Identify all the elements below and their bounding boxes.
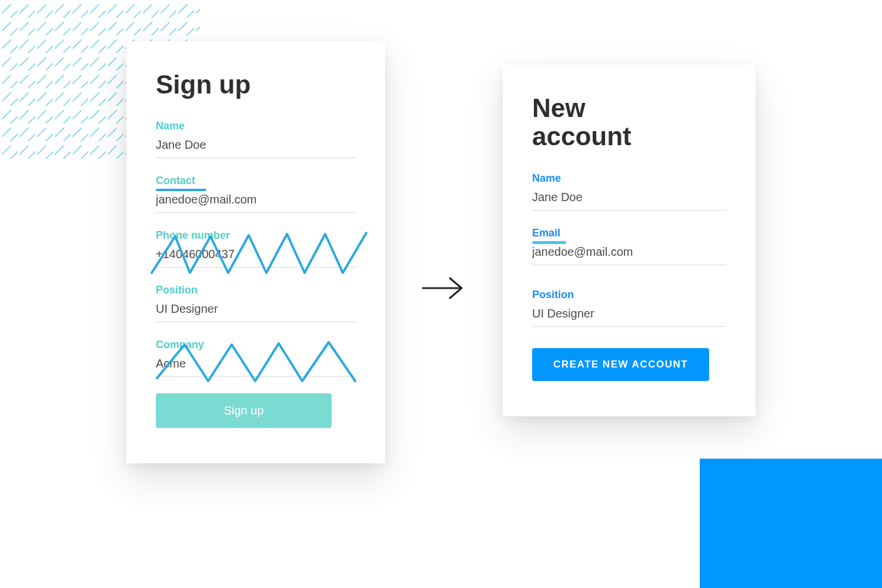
label-contact: Contact [156, 175, 356, 187]
field-position: Position [156, 284, 356, 322]
signup-button[interactable]: Sign up [156, 393, 332, 428]
label-name-right: Name [532, 172, 726, 185]
input-position-right[interactable] [532, 305, 726, 327]
signup-card-before: Sign up Name Contact Phone number Positi… [126, 41, 385, 463]
label-company: Company [156, 339, 356, 351]
input-phone[interactable] [156, 245, 356, 268]
label-phone: Phone number [156, 229, 356, 242]
scribble-underline-icon [156, 189, 206, 191]
field-name-right: Name [532, 172, 726, 211]
input-contact[interactable] [156, 191, 356, 213]
label-position: Position [156, 284, 356, 296]
create-account-button[interactable]: Create new account [532, 348, 709, 381]
input-position[interactable] [156, 300, 356, 322]
field-position-right: Position [532, 289, 726, 327]
signup-card-after: New account Name Email Position Create n… [503, 65, 756, 416]
input-company[interactable] [156, 355, 356, 377]
label-name: Name [156, 120, 356, 132]
field-phone: Phone number [156, 229, 356, 268]
input-email-right[interactable] [532, 243, 726, 265]
field-email-right: Email [532, 227, 726, 265]
scribble-underline-icon [532, 241, 566, 244]
new-account-title: New account [532, 94, 726, 151]
arrow-right-icon [420, 41, 467, 535]
field-contact: Contact [156, 175, 356, 213]
field-name: Name [156, 120, 356, 158]
input-name[interactable] [156, 136, 356, 158]
label-email-right: Email [532, 227, 726, 239]
label-position-right: Position [532, 289, 726, 301]
input-name-right[interactable] [532, 188, 726, 211]
field-company: Company [156, 339, 356, 377]
signup-title: Sign up [156, 71, 356, 99]
